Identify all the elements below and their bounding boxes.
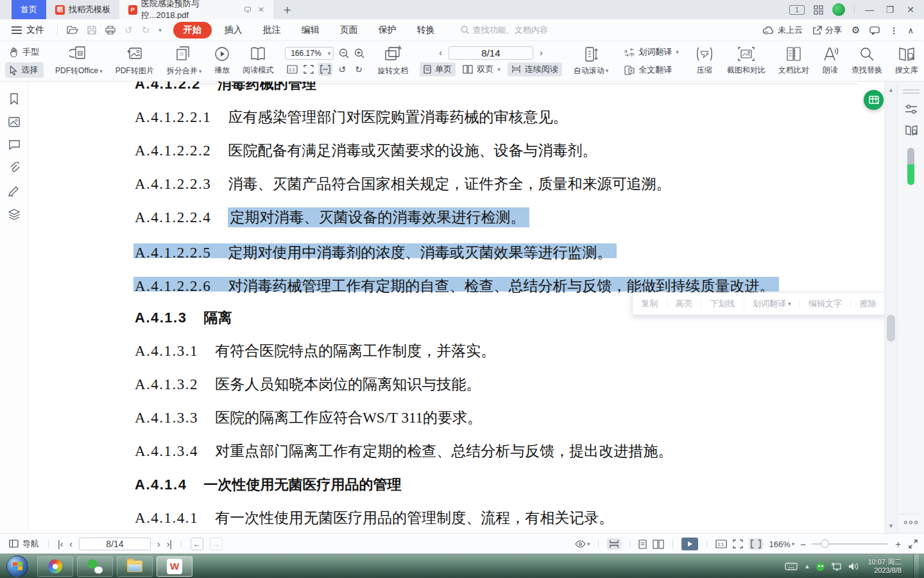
quickbar-dropdown-icon[interactable]: ▾ [158, 27, 162, 33]
document-line[interactable]: A.4.1.3.2医务人员知晓本岗位的隔离知识与技能。 [135, 377, 481, 392]
fit-width-icon[interactable] [318, 63, 332, 76]
menu-protect[interactable]: 保护 [371, 22, 404, 39]
taskbar-wps-button[interactable]: W [157, 556, 193, 577]
first-page-icon[interactable]: |‹ [58, 539, 63, 549]
cloud-status[interactable]: 未上云 [763, 24, 803, 36]
zoom-plus-icon[interactable]: ＋ [893, 538, 903, 550]
taskbar-browser-button[interactable] [37, 556, 73, 577]
continuous-read-icon[interactable] [607, 538, 621, 550]
search-library-button[interactable]: 搜文库 [889, 44, 924, 78]
fit-page-icon[interactable] [733, 539, 743, 548]
adjust-sliders-icon[interactable] [905, 104, 918, 114]
hidden-icons-arrow[interactable]: ▲ [804, 563, 810, 570]
collapse-ribbon-icon[interactable]: ∧ [907, 26, 914, 35]
eye-protect-icon[interactable]: ▾ [575, 540, 590, 548]
single-page-icon[interactable] [638, 539, 647, 549]
open-folder-icon[interactable] [67, 26, 78, 35]
close-button[interactable]: ✕ [905, 4, 916, 15]
menu-insert[interactable]: 插入 [217, 22, 250, 39]
next-page-icon[interactable]: › [157, 539, 160, 549]
find-replace-button[interactable]: 查找替换 [845, 44, 889, 78]
close-tab-icon[interactable]: ✕ [258, 5, 264, 14]
selection-action-4[interactable]: 划词翻译▾ [753, 298, 791, 310]
layers-icon[interactable] [8, 209, 20, 220]
document-line[interactable]: A.4.1.4一次性使用无菌医疗用品的管理 [135, 477, 401, 492]
zoom-combo[interactable]: 166.17% ▾ [285, 47, 334, 60]
pdf-to-image-button[interactable]: PDF转图片 [109, 43, 160, 79]
pdf-to-office-button[interactable]: PDF转Office▾ [49, 43, 109, 79]
fit-width-icon[interactable] [749, 538, 763, 550]
prev-page-icon[interactable]: ‹ [69, 539, 73, 549]
tab-document[interactable]: P 医院感染预防与控...2018.pdf ✕ [119, 0, 273, 19]
taskbar-wechat-button[interactable] [77, 556, 113, 577]
zoom-slider[interactable] [812, 543, 887, 545]
document-line[interactable]: A.4.1.2.2.2医院配备有满足消毒或灭菌要求的设施、设备与消毒剂。 [135, 143, 597, 158]
ribbon-page-indicator[interactable]: 8/14 [449, 46, 533, 60]
history-forward-icon[interactable]: → [210, 538, 223, 550]
full-translate-button[interactable]: 全文翻译 [620, 62, 683, 78]
search-input[interactable]: 查找功能、文档内容 [461, 24, 548, 36]
document-line[interactable]: A.4.1.4.1有一次性使用无菌医疗用品的管理制度、流程，有相关记录。 [135, 511, 613, 525]
extract-table-button[interactable] [864, 90, 884, 110]
actual-size-icon[interactable]: 1:1 [285, 63, 299, 76]
menu-annotate[interactable]: 批注 [255, 22, 289, 39]
app-grid-icon[interactable] [814, 5, 823, 15]
keyboard-icon[interactable] [785, 563, 798, 570]
fit-page-icon[interactable] [302, 63, 316, 76]
compress-button[interactable]: 压缩 [689, 44, 721, 78]
feedback-icon[interactable] [869, 26, 880, 35]
screenshot-compare-button[interactable]: 截图和对比 [721, 44, 772, 78]
panel-drag-handle[interactable] [903, 89, 920, 94]
word-translate-button[interactable]: a中 划词翻译▾ [620, 44, 683, 60]
signature-icon[interactable] [8, 186, 20, 197]
comment-icon[interactable] [8, 139, 20, 150]
selection-action-3[interactable]: 下划线 [710, 298, 735, 310]
zoom-in-icon[interactable] [354, 48, 364, 58]
scroll-down-icon[interactable]: ▼ [888, 523, 894, 529]
attachment-icon[interactable] [9, 162, 19, 173]
zoom-level[interactable]: 166%▾ [769, 539, 794, 549]
select-tool-button[interactable]: 选择 [5, 62, 44, 78]
menu-edit[interactable]: 编辑 [294, 22, 327, 39]
selection-action-6[interactable]: 擦除 [860, 298, 877, 310]
continuous-read-button[interactable]: 连续阅读 [508, 62, 562, 76]
document-line[interactable]: A.4.1.3.4对重点部门隔离工作有定期的检查、总结分析与反馈，提出改进措施。 [135, 444, 672, 459]
document-line[interactable]: A.4.1.2.2消毒药械的管理 [135, 82, 316, 91]
navigation-button[interactable]: 导航 [9, 538, 39, 550]
share-button[interactable]: 分享 [812, 24, 842, 36]
document-page[interactable]: A.4.1.2.2消毒药械的管理A.4.1.2.2.1应有感染管理部门对医院购置… [29, 82, 884, 533]
actual-size-icon[interactable]: 1:1 [715, 539, 727, 548]
hand-tool-button[interactable]: 手型 [5, 44, 44, 60]
zoom-slider-knob[interactable] [821, 539, 829, 548]
play-button[interactable]: 播放 [208, 44, 236, 78]
save-icon[interactable] [87, 26, 96, 35]
undo-icon[interactable]: ↺ [124, 24, 133, 36]
double-page-button[interactable]: 双页▾ [459, 62, 504, 76]
selection-action-5[interactable]: 编辑文字 [809, 298, 842, 310]
taskbar-explorer-button[interactable] [117, 556, 153, 577]
double-page-icon[interactable] [653, 539, 664, 549]
bookmark-icon[interactable] [9, 93, 19, 105]
scroll-up-icon[interactable]: ▲ [888, 87, 894, 93]
start-button[interactable] [6, 556, 28, 577]
rotate-doc-button[interactable]: 旋转文档 [371, 43, 415, 79]
volume-icon[interactable] [848, 562, 859, 571]
rotate-left-icon[interactable]: ↺ [335, 63, 349, 76]
read-mode-button[interactable]: 阅读模式 [236, 44, 280, 78]
network-icon[interactable] [831, 562, 842, 571]
tray-wechat-icon[interactable] [816, 563, 825, 571]
doc-compare-button[interactable]: 文档比对 [772, 44, 816, 78]
history-back-icon[interactable]: ← [191, 538, 203, 550]
reading-progress-slider[interactable] [907, 148, 914, 185]
menu-page[interactable]: 页面 [332, 22, 366, 39]
rotate-right-icon[interactable]: ↻ [352, 63, 366, 76]
minimize-button[interactable]: — [864, 4, 875, 15]
last-page-icon[interactable]: ›| [167, 539, 172, 549]
more-tools-icon[interactable] [898, 521, 924, 533]
settings-gear-icon[interactable]: ⚙ [851, 24, 860, 36]
slideshow-play-button[interactable] [681, 538, 698, 550]
split-merge-button[interactable]: 拆分合并▾ [160, 43, 209, 79]
zoom-out-icon[interactable] [339, 48, 349, 58]
tab-docer[interactable]: 稻 找稻壳模板 [46, 0, 119, 19]
auto-scroll-button[interactable]: 自动滚动▾ [567, 44, 615, 79]
